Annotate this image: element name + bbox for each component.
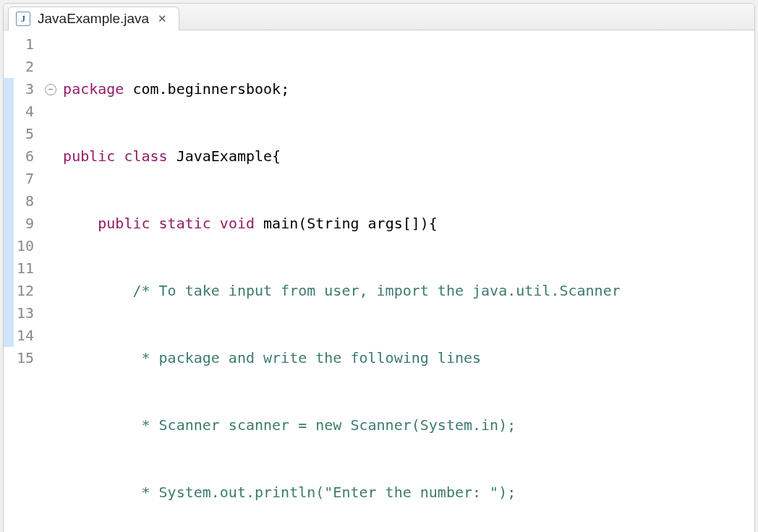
change-marker: [4, 78, 14, 100]
line-number-gutter: 123456789101112131415: [14, 30, 44, 532]
code-line: package com.beginnersbook;: [63, 78, 754, 100]
fold-toggle-icon[interactable]: −: [45, 84, 56, 95]
line-number: 6: [17, 145, 37, 168]
code-line: * Scanner scanner = new Scanner(System.i…: [63, 414, 754, 437]
change-marker: [4, 123, 14, 145]
close-icon[interactable]: ✕: [156, 12, 169, 25]
fold-strip: −: [44, 30, 57, 532]
change-marker: [4, 100, 14, 123]
line-number: 10: [17, 235, 37, 257]
line-number: 11: [17, 257, 37, 280]
line-number: 9: [17, 213, 37, 235]
line-number: 5: [17, 123, 37, 145]
change-marker: [4, 56, 14, 78]
java-file-icon: J: [16, 12, 30, 26]
line-number: 15: [17, 347, 37, 369]
change-marker: [4, 280, 14, 302]
change-marker: [4, 33, 14, 56]
code-line: public static void main(String args[]){: [63, 213, 754, 235]
line-number: 7: [17, 168, 37, 190]
editor-tab-title: JavaExample.java: [38, 11, 149, 27]
code-lines[interactable]: package com.beginnersbook; public class …: [57, 30, 754, 532]
change-marker: [4, 347, 14, 369]
editor-tab-bar: J JavaExample.java ✕: [4, 4, 754, 30]
line-number: 8: [17, 190, 37, 213]
marker-strip: [4, 30, 14, 532]
line-number: 3: [17, 78, 37, 100]
code-line: /* To take input from user, import the j…: [63, 280, 754, 302]
line-number: 1: [17, 33, 37, 56]
change-marker: [4, 302, 14, 325]
change-marker: [4, 145, 14, 168]
change-marker: [4, 325, 14, 347]
code-line: public class JavaExample{: [63, 145, 754, 168]
editor-pane: J JavaExample.java ✕ 1234567891011121314…: [3, 3, 755, 532]
line-number: 12: [17, 280, 37, 302]
line-number: 2: [17, 56, 37, 78]
change-marker: [4, 190, 14, 213]
line-number: 13: [17, 302, 37, 325]
line-number: 14: [17, 325, 37, 347]
line-number: 4: [17, 100, 37, 123]
code-area[interactable]: 123456789101112131415 − package com.begi…: [4, 30, 754, 532]
change-marker: [4, 257, 14, 280]
change-marker: [4, 235, 14, 257]
change-marker: [4, 213, 14, 235]
editor-tab-javaexample[interactable]: J JavaExample.java ✕: [8, 7, 179, 30]
code-line: * package and write the following lines: [63, 347, 754, 369]
code-line: * System.out.println("Enter the number: …: [63, 481, 754, 504]
change-marker: [4, 168, 14, 190]
